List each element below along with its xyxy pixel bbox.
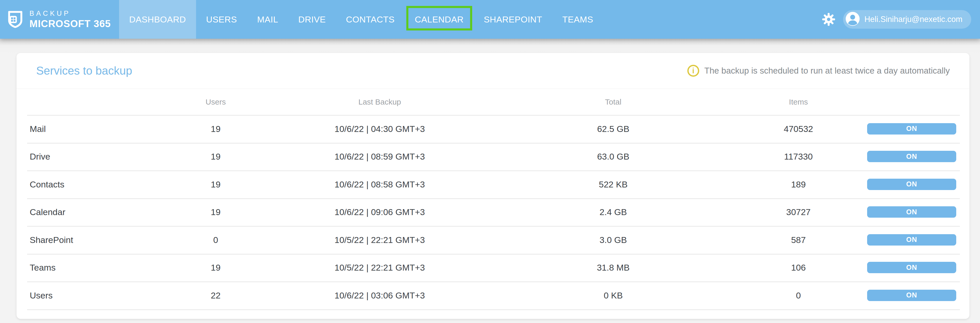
panel-header: Services to backup i The backup is sched… — [16, 53, 969, 89]
last-backup-cell: 10/6/22 | 04:30 GMT+3 — [334, 124, 425, 134]
service-name-cell: Contacts — [30, 179, 64, 189]
nav-item-label: DRIVE — [298, 14, 326, 24]
backup-toggle-mail[interactable]: ON — [867, 123, 956, 135]
items-count-cell: 117330 — [784, 151, 813, 162]
total-size-cell: 522 KB — [599, 179, 628, 189]
nav-item-mail[interactable]: MAIL — [247, 0, 288, 39]
nav-item-label: CALENDAR — [415, 14, 464, 24]
table-header-row: Users Last Backup Total Items — [16, 89, 969, 115]
info-note-text: The backup is scheduled to run at least … — [705, 66, 950, 76]
logo-product-label: MICROSOFT 365 — [29, 19, 111, 29]
users-count-cell: 0 — [213, 235, 218, 245]
last-backup-cell: 10/6/22 | 03:06 GMT+3 — [334, 290, 425, 300]
backup-toggle-drive[interactable]: ON — [867, 151, 956, 162]
column-header-last-backup: Last Backup — [358, 98, 401, 107]
account-menu[interactable]: Heli.Siniharju@nexetic.com — [843, 10, 971, 29]
column-header-users: Users — [205, 98, 226, 107]
table-row-contacts: Contacts1910/6/22 | 08:58 GMT+3522 KB189… — [16, 170, 969, 198]
service-name-cell: Users — [30, 290, 53, 300]
backup-toggle-teams[interactable]: ON — [867, 262, 956, 273]
topbar-right-cluster: Heli.Siniharju@nexetic.com — [822, 0, 980, 39]
items-count-cell: 189 — [791, 179, 806, 189]
total-size-cell: 3.0 GB — [600, 235, 627, 245]
nav-item-drive[interactable]: DRIVE — [288, 0, 336, 39]
items-count-cell: 30727 — [786, 207, 811, 217]
main-nav: DASHBOARDUSERSMAILDRIVECONTACTSCALENDARS… — [119, 0, 603, 39]
nav-item-label: SHAREPOINT — [484, 14, 542, 24]
table-row-calendar: Calendar1910/6/22 | 09:06 GMT+32.4 GB307… — [16, 198, 969, 226]
nav-item-label: CONTACTS — [346, 14, 395, 24]
items-count-cell: 587 — [791, 235, 806, 245]
service-name-cell: Calendar — [30, 207, 65, 217]
items-count-cell: 470532 — [784, 124, 813, 134]
services-panel: Services to backup i The backup is sched… — [16, 53, 969, 319]
total-size-cell: 63.0 GB — [597, 151, 630, 162]
person-icon — [846, 12, 860, 27]
services-table-body: Mail1910/6/22 | 04:30 GMT+362.5 GB470532… — [16, 115, 969, 309]
total-size-cell: 2.4 GB — [600, 207, 627, 217]
last-backup-cell: 10/6/22 | 08:59 GMT+3 — [334, 151, 425, 162]
settings-gear-icon[interactable] — [822, 13, 835, 26]
nav-item-contacts[interactable]: CONTACTS — [336, 0, 404, 39]
users-count-cell: 19 — [211, 124, 221, 134]
logo-backup-label: BACKUP — [29, 10, 111, 17]
service-name-cell: Teams — [30, 263, 56, 273]
users-count-cell: 22 — [211, 290, 221, 300]
app-logo[interactable]: BACKUP MICROSOFT 365 — [0, 0, 111, 39]
nav-item-label: DASHBOARD — [129, 14, 186, 24]
users-count-cell: 19 — [211, 263, 221, 273]
total-size-cell: 31.8 MB — [597, 263, 630, 273]
account-email: Heli.Siniharju@nexetic.com — [864, 15, 963, 24]
table-bottom-divider — [16, 309, 969, 319]
backup-toggle-contacts[interactable]: ON — [867, 179, 956, 190]
users-count-cell: 19 — [211, 207, 221, 217]
column-header-items: Items — [789, 98, 808, 107]
last-backup-cell: 10/6/22 | 09:06 GMT+3 — [334, 207, 425, 217]
info-circle-icon: i — [687, 65, 699, 77]
backup-schedule-note: i The backup is scheduled to run at leas… — [687, 65, 950, 77]
nav-item-dashboard[interactable]: DASHBOARD — [119, 0, 196, 39]
total-size-cell: 62.5 GB — [597, 124, 630, 134]
top-nav-bar: BACKUP MICROSOFT 365 DASHBOARDUSERSMAILD… — [0, 0, 980, 39]
nav-item-label: TEAMS — [562, 14, 593, 24]
nav-item-users[interactable]: USERS — [196, 0, 247, 39]
table-row-users: Users2210/6/22 | 03:06 GMT+30 KB0ON — [16, 282, 969, 309]
nav-item-label: USERS — [206, 14, 237, 24]
backup-toggle-calendar[interactable]: ON — [867, 206, 956, 218]
table-row-sharepoint: SharePoint010/5/22 | 22:21 GMT+33.0 GB58… — [16, 226, 969, 254]
nav-item-teams[interactable]: TEAMS — [552, 0, 603, 39]
table-row-mail: Mail1910/6/22 | 04:30 GMT+362.5 GB470532… — [16, 115, 969, 143]
panel-title: Services to backup — [36, 64, 132, 77]
last-backup-cell: 10/6/22 | 08:58 GMT+3 — [334, 179, 425, 189]
nav-item-sharepoint[interactable]: SHAREPOINT — [474, 0, 552, 39]
service-name-cell: Drive — [30, 151, 50, 162]
items-count-cell: 0 — [796, 290, 801, 300]
items-count-cell: 106 — [791, 263, 806, 273]
nav-item-calendar[interactable]: CALENDAR — [405, 0, 474, 39]
shield-window-icon — [8, 11, 23, 28]
table-row-drive: Drive1910/6/22 | 08:59 GMT+363.0 GB11733… — [16, 143, 969, 171]
page-background: Services to backup i The backup is sched… — [0, 39, 980, 323]
nav-item-label: MAIL — [257, 14, 278, 24]
table-row-teams: Teams1910/5/22 | 22:21 GMT+331.8 MB106ON — [16, 254, 969, 282]
users-count-cell: 19 — [211, 179, 221, 189]
total-size-cell: 0 KB — [604, 290, 623, 300]
backup-toggle-sharepoint[interactable]: ON — [867, 234, 956, 245]
last-backup-cell: 10/5/22 | 22:21 GMT+3 — [334, 235, 425, 245]
service-name-cell: Mail — [30, 124, 46, 134]
users-count-cell: 19 — [211, 151, 221, 162]
backup-toggle-users[interactable]: ON — [867, 290, 956, 301]
column-header-total: Total — [605, 98, 621, 107]
service-name-cell: SharePoint — [30, 235, 73, 245]
last-backup-cell: 10/5/22 | 22:21 GMT+3 — [334, 263, 425, 273]
